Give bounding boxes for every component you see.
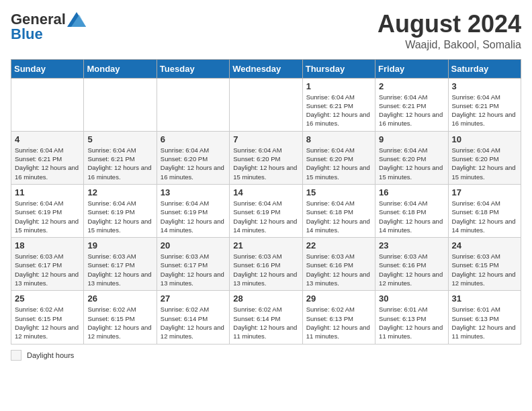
calendar-cell: 22Sunrise: 6:03 AM Sunset: 6:16 PM Dayli… xyxy=(302,238,375,291)
day-info: Sunrise: 6:04 AM Sunset: 6:19 PM Dayligh… xyxy=(87,199,152,234)
calendar-cell: 28Sunrise: 6:02 AM Sunset: 6:14 PM Dayli… xyxy=(230,291,302,344)
day-info: Sunrise: 6:03 AM Sunset: 6:16 PM Dayligh… xyxy=(379,252,444,287)
day-info: Sunrise: 6:04 AM Sunset: 6:19 PM Dayligh… xyxy=(161,199,226,234)
calendar-cell: 18Sunrise: 6:03 AM Sunset: 6:17 PM Dayli… xyxy=(11,238,84,291)
weekday-header: Tuesday xyxy=(157,59,229,78)
calendar-cell: 5Sunrise: 6:04 AM Sunset: 6:21 PM Daylig… xyxy=(84,131,157,184)
page-header: General Blue August 2024 Waajid, Bakool,… xyxy=(11,11,521,51)
day-info: Sunrise: 6:02 AM Sunset: 6:15 PM Dayligh… xyxy=(87,305,152,340)
daylight-box-icon xyxy=(11,350,21,361)
day-info: Sunrise: 6:04 AM Sunset: 6:21 PM Dayligh… xyxy=(379,93,444,128)
day-number: 31 xyxy=(452,293,517,304)
footer: Daylight hours xyxy=(11,350,521,361)
calendar-cell: 29Sunrise: 6:02 AM Sunset: 6:13 PM Dayli… xyxy=(302,291,375,344)
day-info: Sunrise: 6:03 AM Sunset: 6:17 PM Dayligh… xyxy=(15,252,80,287)
day-number: 25 xyxy=(15,293,80,304)
calendar-cell: 17Sunrise: 6:04 AM Sunset: 6:18 PM Dayli… xyxy=(448,184,521,237)
daylight-label: Daylight hours xyxy=(27,351,74,359)
calendar-cell xyxy=(157,78,229,131)
day-number: 1 xyxy=(306,81,371,91)
day-number: 21 xyxy=(233,240,298,250)
day-number: 22 xyxy=(306,240,371,250)
day-info: Sunrise: 6:02 AM Sunset: 6:14 PM Dayligh… xyxy=(233,305,298,340)
weekday-header: Saturday xyxy=(448,59,521,78)
calendar-cell: 31Sunrise: 6:01 AM Sunset: 6:13 PM Dayli… xyxy=(448,291,521,344)
calendar-cell: 26Sunrise: 6:02 AM Sunset: 6:15 PM Dayli… xyxy=(84,291,157,344)
calendar-cell: 10Sunrise: 6:04 AM Sunset: 6:20 PM Dayli… xyxy=(448,131,521,184)
calendar-cell: 9Sunrise: 6:04 AM Sunset: 6:20 PM Daylig… xyxy=(375,131,448,184)
day-number: 30 xyxy=(379,293,444,304)
logo: General Blue xyxy=(11,11,86,43)
calendar-cell: 19Sunrise: 6:03 AM Sunset: 6:17 PM Dayli… xyxy=(84,238,157,291)
day-info: Sunrise: 6:02 AM Sunset: 6:14 PM Dayligh… xyxy=(161,305,226,340)
calendar-cell: 4Sunrise: 6:04 AM Sunset: 6:21 PM Daylig… xyxy=(11,131,84,184)
calendar-cell xyxy=(230,78,302,131)
day-info: Sunrise: 6:04 AM Sunset: 6:21 PM Dayligh… xyxy=(15,146,80,181)
day-info: Sunrise: 6:04 AM Sunset: 6:18 PM Dayligh… xyxy=(452,199,517,234)
calendar-cell: 23Sunrise: 6:03 AM Sunset: 6:16 PM Dayli… xyxy=(375,238,448,291)
day-number: 20 xyxy=(161,240,226,250)
calendar-cell: 27Sunrise: 6:02 AM Sunset: 6:14 PM Dayli… xyxy=(157,291,229,344)
day-info: Sunrise: 6:04 AM Sunset: 6:21 PM Dayligh… xyxy=(306,93,371,128)
day-info: Sunrise: 6:01 AM Sunset: 6:13 PM Dayligh… xyxy=(452,305,517,340)
weekday-header: Thursday xyxy=(302,59,375,78)
calendar-cell: 1Sunrise: 6:04 AM Sunset: 6:21 PM Daylig… xyxy=(302,78,375,131)
day-number: 11 xyxy=(15,187,80,197)
day-info: Sunrise: 6:04 AM Sunset: 6:20 PM Dayligh… xyxy=(306,146,371,181)
calendar-cell xyxy=(11,78,84,131)
calendar-cell: 3Sunrise: 6:04 AM Sunset: 6:21 PM Daylig… xyxy=(448,78,521,131)
location-subtitle: Waajid, Bakool, Somalia xyxy=(378,39,521,51)
day-info: Sunrise: 6:04 AM Sunset: 6:20 PM Dayligh… xyxy=(161,146,226,181)
day-info: Sunrise: 6:02 AM Sunset: 6:13 PM Dayligh… xyxy=(306,305,371,340)
logo-icon xyxy=(67,12,86,27)
month-year-title: August 2024 xyxy=(378,11,521,38)
day-info: Sunrise: 6:02 AM Sunset: 6:15 PM Dayligh… xyxy=(15,305,80,340)
day-info: Sunrise: 6:03 AM Sunset: 6:15 PM Dayligh… xyxy=(452,252,517,287)
day-number: 9 xyxy=(379,134,444,144)
day-info: Sunrise: 6:04 AM Sunset: 6:19 PM Dayligh… xyxy=(15,199,80,234)
calendar-week-row: 1Sunrise: 6:04 AM Sunset: 6:21 PM Daylig… xyxy=(11,78,521,131)
day-number: 16 xyxy=(379,187,444,197)
day-number: 14 xyxy=(233,187,298,197)
calendar-cell: 30Sunrise: 6:01 AM Sunset: 6:13 PM Dayli… xyxy=(375,291,448,344)
day-number: 13 xyxy=(161,187,226,197)
day-info: Sunrise: 6:03 AM Sunset: 6:16 PM Dayligh… xyxy=(306,252,371,287)
day-info: Sunrise: 6:03 AM Sunset: 6:16 PM Dayligh… xyxy=(233,252,298,287)
calendar-cell: 8Sunrise: 6:04 AM Sunset: 6:20 PM Daylig… xyxy=(302,131,375,184)
calendar-cell: 11Sunrise: 6:04 AM Sunset: 6:19 PM Dayli… xyxy=(11,184,84,237)
weekday-header: Sunday xyxy=(11,59,84,78)
day-number: 7 xyxy=(233,134,298,144)
day-info: Sunrise: 6:04 AM Sunset: 6:18 PM Dayligh… xyxy=(379,199,444,234)
day-number: 17 xyxy=(452,187,517,197)
calendar-cell xyxy=(84,78,157,131)
weekday-header: Wednesday xyxy=(230,59,302,78)
calendar-cell: 16Sunrise: 6:04 AM Sunset: 6:18 PM Dayli… xyxy=(375,184,448,237)
calendar-cell: 6Sunrise: 6:04 AM Sunset: 6:20 PM Daylig… xyxy=(157,131,229,184)
day-info: Sunrise: 6:04 AM Sunset: 6:19 PM Dayligh… xyxy=(233,199,298,234)
day-number: 27 xyxy=(161,293,226,304)
day-number: 26 xyxy=(87,293,152,304)
calendar-week-row: 18Sunrise: 6:03 AM Sunset: 6:17 PM Dayli… xyxy=(11,238,521,291)
day-number: 10 xyxy=(452,134,517,144)
day-info: Sunrise: 6:04 AM Sunset: 6:20 PM Dayligh… xyxy=(452,146,517,181)
day-number: 28 xyxy=(233,293,298,304)
weekday-header: Friday xyxy=(375,59,448,78)
day-number: 8 xyxy=(306,134,371,144)
day-number: 3 xyxy=(452,81,517,91)
day-number: 29 xyxy=(306,293,371,304)
calendar-cell: 20Sunrise: 6:03 AM Sunset: 6:17 PM Dayli… xyxy=(157,238,229,291)
day-number: 2 xyxy=(379,81,444,91)
calendar-cell: 7Sunrise: 6:04 AM Sunset: 6:20 PM Daylig… xyxy=(230,131,302,184)
day-number: 5 xyxy=(87,134,152,144)
day-info: Sunrise: 6:04 AM Sunset: 6:18 PM Dayligh… xyxy=(306,199,371,234)
day-info: Sunrise: 6:04 AM Sunset: 6:21 PM Dayligh… xyxy=(452,93,517,128)
day-info: Sunrise: 6:04 AM Sunset: 6:20 PM Dayligh… xyxy=(233,146,298,181)
calendar-cell: 14Sunrise: 6:04 AM Sunset: 6:19 PM Dayli… xyxy=(230,184,302,237)
logo-blue-text: Blue xyxy=(11,26,43,43)
calendar-cell: 2Sunrise: 6:04 AM Sunset: 6:21 PM Daylig… xyxy=(375,78,448,131)
title-section: August 2024 Waajid, Bakool, Somalia xyxy=(378,11,521,51)
day-number: 23 xyxy=(379,240,444,250)
calendar-cell: 15Sunrise: 6:04 AM Sunset: 6:18 PM Dayli… xyxy=(302,184,375,237)
calendar-week-row: 11Sunrise: 6:04 AM Sunset: 6:19 PM Dayli… xyxy=(11,184,521,237)
calendar-cell: 25Sunrise: 6:02 AM Sunset: 6:15 PM Dayli… xyxy=(11,291,84,344)
